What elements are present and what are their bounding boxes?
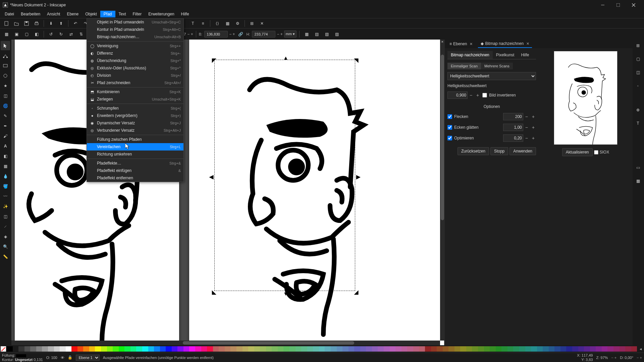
smooth-checkbox[interactable]: [447, 125, 452, 130]
color-swatch[interactable]: [507, 346, 514, 352]
color-swatch[interactable]: [272, 346, 278, 352]
color-swatch[interactable]: [537, 346, 543, 352]
smooth-spinner[interactable]: − +: [525, 125, 536, 130]
menu-item-differenz[interactable]: ◐DifferenzStrg+-: [87, 50, 183, 57]
color-swatch[interactable]: [136, 346, 142, 352]
update-button[interactable]: Aktualisieren: [562, 148, 593, 156]
stroke-value[interactable]: Ungesetzt: [15, 358, 33, 362]
height-input[interactable]: [252, 31, 275, 38]
color-swatch[interactable]: [348, 346, 355, 352]
color-swatch[interactable]: [496, 346, 502, 352]
menu-item-zerlegen[interactable]: ⬓ZerlegenUmschalt+Strg+K: [87, 96, 183, 103]
handle-nw[interactable]: ◤: [212, 57, 216, 63]
trace-mode-select[interactable]: Helligkeitsschwellwert: [447, 72, 536, 80]
menu-item-kombinieren[interactable]: ⬒KombinierenStrg+K: [87, 88, 183, 96]
color-swatch[interactable]: [230, 346, 236, 352]
color-swatch[interactable]: [360, 346, 366, 352]
color-swatch[interactable]: [395, 346, 401, 352]
handle-e[interactable]: ▶: [356, 174, 360, 180]
color-swatch[interactable]: [278, 346, 284, 352]
flip-h-button[interactable]: ⇄: [67, 30, 75, 39]
menu-item-verbundener-versatz[interactable]: ◎Verbundener VersatzStrg+Alt+J: [87, 127, 183, 134]
text-tool[interactable]: A: [1, 141, 10, 151]
color-swatch[interactable]: [195, 346, 201, 352]
color-swatch[interactable]: [201, 346, 207, 352]
no-color-swatch[interactable]: [1, 346, 6, 352]
color-swatch[interactable]: [519, 346, 525, 352]
color-swatch[interactable]: [213, 346, 219, 352]
color-swatch[interactable]: [296, 346, 302, 352]
menu-item-pfad-zerschneiden[interactable]: ✂Pfad zerschneidenStrg+Alt+/: [87, 79, 183, 86]
import-button[interactable]: ⬇: [47, 19, 55, 28]
color-swatch[interactable]: [42, 346, 48, 352]
speckles-spinner[interactable]: − +: [525, 114, 536, 119]
color-swatch[interactable]: [401, 346, 408, 352]
spiral-tool[interactable]: 🌀: [1, 101, 10, 111]
color-swatch[interactable]: [390, 346, 396, 352]
rect-tool[interactable]: [1, 61, 10, 70]
color-swatch[interactable]: [560, 346, 567, 352]
fill-swatch[interactable]: [16, 354, 26, 357]
zoom-value[interactable]: 97%: [600, 356, 608, 360]
3dbox-tool[interactable]: ◫: [1, 91, 10, 101]
color-swatch[interactable]: [331, 346, 337, 352]
color-swatch[interactable]: [60, 346, 66, 352]
xml-button[interactable]: ⟨⟩: [213, 19, 222, 28]
color-swatch[interactable]: [160, 346, 166, 352]
color-swatch[interactable]: [378, 346, 384, 352]
color-swatch[interactable]: [549, 346, 555, 352]
star-tool[interactable]: ★: [1, 81, 10, 90]
color-swatch[interactable]: [243, 346, 249, 352]
color-swatch[interactable]: [513, 346, 519, 352]
menu-item-pfadeffekte-[interactable]: Pfadeffekte…Strg+&: [87, 160, 183, 167]
tab-trace[interactable]: Bitmap nachzeichnen: [447, 51, 493, 59]
snap-text-button[interactable]: T: [633, 119, 643, 128]
menu-item-objekt-in-pfad-umwandeln[interactable]: Objekt in Pfad umwandelnUmschalt+Strg+C: [87, 18, 183, 26]
color-swatch[interactable]: [543, 346, 549, 352]
minimize-button[interactable]: [595, 0, 610, 10]
menu-item-vereinfachen[interactable]: VereinfachenStrg+L: [87, 143, 183, 150]
color-swatch[interactable]: [525, 346, 531, 352]
color-swatch[interactable]: [366, 346, 372, 352]
snap-nodes-button[interactable]: ◦: [633, 81, 643, 90]
gradient-tool[interactable]: ◧: [1, 152, 10, 161]
tweak-tool[interactable]: 〰: [1, 192, 10, 201]
menu-bearbeiten[interactable]: Bearbeiten: [17, 11, 44, 17]
color-swatch[interactable]: [354, 346, 360, 352]
menu-erweiterungen[interactable]: Erweiterungen: [145, 11, 177, 17]
menu-item-pfadeffekt-einf-gen[interactable]: Pfadeffekt einfügen&: [87, 167, 183, 174]
color-swatch[interactable]: [71, 346, 77, 352]
color-swatch[interactable]: [554, 346, 560, 352]
optimize-checkbox[interactable]: [447, 136, 452, 140]
color-swatch[interactable]: [248, 346, 254, 352]
export-button[interactable]: ⬆: [57, 19, 65, 28]
close-button[interactable]: [626, 0, 641, 10]
spray-tool[interactable]: ✨: [1, 202, 10, 211]
color-swatch[interactable]: [337, 346, 343, 352]
color-swatch[interactable]: [36, 346, 42, 352]
color-swatch[interactable]: [372, 346, 378, 352]
menu-ansicht[interactable]: Ansicht: [44, 11, 63, 17]
color-swatch[interactable]: [113, 346, 119, 352]
close-icon[interactable]: ✕: [470, 42, 473, 46]
menu-ebene[interactable]: Ebene: [63, 11, 82, 17]
rotate-spinner[interactable]: − +: [637, 356, 642, 360]
new-doc-button[interactable]: [2, 19, 11, 28]
snap-enable-button[interactable]: ⊞: [633, 41, 643, 50]
color-swatch[interactable]: [289, 346, 296, 352]
menu-item--berschneidung[interactable]: ◍ÜberschneidungStrg+*: [87, 57, 183, 64]
menu-item-vereinigung[interactable]: ◯VereinigungStrg++: [87, 42, 183, 50]
menu-item-schrumpfen[interactable]: ◦SchrumpfenStrg+(: [87, 105, 183, 112]
color-swatch[interactable]: [7, 346, 13, 352]
color-swatch[interactable]: [154, 346, 160, 352]
menu-objekt[interactable]: Objekt: [82, 11, 100, 17]
zoom-tool[interactable]: 🔍: [1, 242, 10, 251]
reset-button[interactable]: Zurücksetzen: [458, 147, 489, 155]
color-swatch[interactable]: [384, 346, 390, 352]
measure-tool[interactable]: 📏: [1, 252, 10, 261]
select-all-layers-button[interactable]: ▦: [2, 30, 11, 39]
smooth-input[interactable]: [503, 124, 523, 131]
color-swatch[interactable]: [602, 346, 608, 352]
menu-item-exklusiv-oder-ausschluss-[interactable]: ◎Exklusiv-Oder (Ausschluss)Strg+^: [87, 64, 183, 72]
color-swatch[interactable]: [448, 346, 454, 352]
